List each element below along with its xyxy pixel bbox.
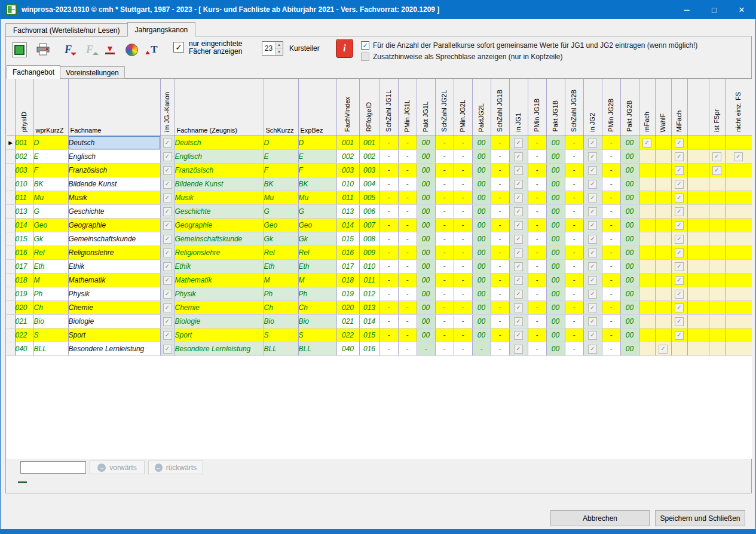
fachname-zeugnis-cell[interactable]: Physik (175, 287, 264, 301)
pakt-jg1b-cell[interactable]: 00 (546, 150, 565, 164)
schzahl-jg1l-cell[interactable]: - (379, 260, 398, 274)
tab-fachvorrat[interactable]: Fachvorrat (Werteliste/nur Lesen) (5, 23, 127, 37)
fachname-zeugnis-cell[interactable]: Englisch (175, 150, 264, 164)
wprkurzz-cell[interactable]: Rel (33, 246, 68, 260)
expbez-cell[interactable]: BK (298, 177, 336, 191)
expbez-cell[interactable]: D (298, 136, 336, 150)
nicht-einz-fs-cell[interactable] (725, 177, 752, 191)
schkurzz-cell[interactable]: Mu (264, 191, 298, 205)
nicht-einz-fs-cell[interactable] (725, 205, 752, 219)
subtab-fachangebot[interactable]: Fachangebot (7, 65, 60, 79)
mifach-cell[interactable]: ✓ (671, 315, 687, 329)
physid-cell[interactable]: 001 (15, 136, 33, 150)
ist-fspr-cell[interactable] (709, 177, 725, 191)
pmin-jg1l-cell[interactable]: - (398, 164, 417, 177)
schzahl-jg1l-cell[interactable]: - (379, 219, 398, 232)
row-marker-cell[interactable] (7, 177, 15, 191)
pmin-jg2b-cell[interactable]: - (602, 246, 620, 260)
schzahl-jg2l-cell[interactable]: - (435, 177, 454, 191)
mfach-cell[interactable] (639, 246, 655, 260)
fachvindex-cell[interactable]: 002 (336, 150, 359, 164)
ist-fspr-cell[interactable] (709, 342, 725, 356)
paktjg2l-cell[interactable]: 00 (472, 191, 491, 205)
ist-fspr-cell[interactable] (709, 287, 725, 301)
pmin-jg1l-cell[interactable]: - (398, 191, 417, 205)
ist-fspr-cell[interactable] (709, 232, 725, 246)
col-cell[interactable] (687, 274, 709, 287)
rffolgeid-cell[interactable]: 012 (359, 287, 379, 301)
pmin-jg1l-cell[interactable]: - (398, 232, 417, 246)
save-close-button[interactable]: Speichern und Schließen (655, 510, 745, 526)
fachname-cell[interactable]: Biologie (68, 315, 160, 329)
mifach-cell[interactable]: ✓ (671, 219, 687, 232)
schzahl-jg2b-cell[interactable]: - (565, 274, 583, 287)
schzahl-jg1b-cell[interactable]: - (491, 315, 509, 329)
in-jg1-cell[interactable]: ✓ (509, 274, 528, 287)
ist-fspr-cell[interactable]: ✓ (709, 150, 725, 164)
wahlf-cell[interactable] (655, 136, 671, 150)
maximize-icon[interactable]: □ (700, 0, 728, 19)
pakt-jg1b-cell[interactable]: 00 (546, 205, 565, 219)
nicht-einz-fs-cell[interactable] (725, 191, 752, 205)
schzahl-jg2b-cell[interactable]: - (565, 246, 583, 260)
schzahl-jg2l-cell[interactable]: - (435, 205, 454, 219)
pakt-jg1l-cell[interactable]: 00 (417, 205, 435, 219)
fachvindex-cell[interactable]: 011 (336, 191, 359, 205)
pmin-jg1l-cell[interactable]: - (398, 315, 417, 329)
schzahl-jg2b-cell[interactable]: - (565, 205, 583, 219)
subject-f-green-icon[interactable]: F (80, 40, 99, 59)
pakt-jg2b-cell[interactable]: 00 (620, 232, 639, 246)
schzahl-jg2b-cell[interactable]: - (565, 287, 583, 301)
pakt-jg1b-cell[interactable]: 00 (546, 136, 565, 150)
row-marker-cell[interactable] (7, 232, 15, 246)
kursteiler-spinner[interactable]: 23 ▲ ▼ (262, 41, 283, 56)
rffolgeid-cell[interactable]: 008 (359, 232, 379, 246)
pakt-jg2b-cell[interactable]: 00 (620, 315, 639, 329)
im-jg-kanon-cell[interactable]: ✓ (160, 315, 175, 329)
nicht-einz-fs-cell[interactable] (725, 315, 752, 329)
rffolgeid-cell[interactable]: 016 (359, 342, 379, 356)
mifach-cell[interactable]: ✓ (671, 287, 687, 301)
schzahl-jg2l-cell[interactable]: - (435, 301, 454, 315)
expbez-cell[interactable]: BLL (298, 342, 336, 356)
schzahl-jg1b-cell[interactable]: - (491, 260, 509, 274)
schzahl-jg2b-cell[interactable]: - (565, 164, 583, 177)
pmin-jg1l-cell[interactable]: - (398, 150, 417, 164)
pmin-jg1l-cell[interactable]: - (398, 329, 417, 342)
pmin-jg2l-cell[interactable]: - (454, 342, 472, 356)
print-icon[interactable] (33, 40, 53, 59)
pakt-jg2b-cell[interactable]: 00 (620, 205, 639, 219)
row-marker-cell[interactable] (7, 246, 15, 260)
pmin-jg1b-cell[interactable]: - (528, 136, 546, 150)
minimize-icon[interactable]: ─ (673, 0, 700, 19)
ist-fspr-cell[interactable] (709, 191, 725, 205)
ist-fspr-cell[interactable] (709, 301, 725, 315)
paktjg2l-cell[interactable]: 00 (472, 260, 491, 274)
schkurzz-cell[interactable]: D (264, 136, 298, 150)
pmin-jg2b-cell[interactable]: - (602, 315, 620, 329)
im-jg-kanon-cell[interactable]: ✓ (160, 246, 175, 260)
mifach-cell[interactable]: ✓ (671, 150, 687, 164)
pakt-jg1l-cell[interactable]: 00 (417, 191, 435, 205)
fachname-zeugnis-cell[interactable]: Geschichte (175, 205, 264, 219)
pmin-jg2l-cell[interactable]: - (454, 260, 472, 274)
col-cell[interactable] (687, 342, 709, 356)
wprkurzz-cell[interactable]: BK (33, 177, 68, 191)
in-jg2-cell[interactable]: ✓ (583, 219, 602, 232)
schzahl-jg1l-cell[interactable]: - (379, 205, 398, 219)
pakt-jg1l-cell[interactable]: 00 (417, 164, 435, 177)
pmin-jg1b-cell[interactable]: - (528, 219, 546, 232)
ist-fspr-cell[interactable] (709, 260, 725, 274)
mfach-cell[interactable] (639, 164, 655, 177)
pmin-jg2b-cell[interactable]: - (602, 301, 620, 315)
schzahl-jg2l-cell[interactable]: - (435, 232, 454, 246)
in-jg1-cell[interactable]: ✓ (509, 246, 528, 260)
fachvindex-cell[interactable]: 040 (336, 342, 359, 356)
color-wheel-icon[interactable] (122, 40, 141, 59)
tab-jahrgangskanon[interactable]: Jahrgangskanon (127, 22, 196, 36)
pmin-jg2l-cell[interactable]: - (454, 150, 472, 164)
row-marker-cell[interactable] (7, 191, 15, 205)
schzahl-jg2l-cell[interactable]: - (435, 191, 454, 205)
wahlf-cell[interactable] (655, 246, 671, 260)
schzahl-jg1b-cell[interactable]: - (491, 164, 509, 177)
